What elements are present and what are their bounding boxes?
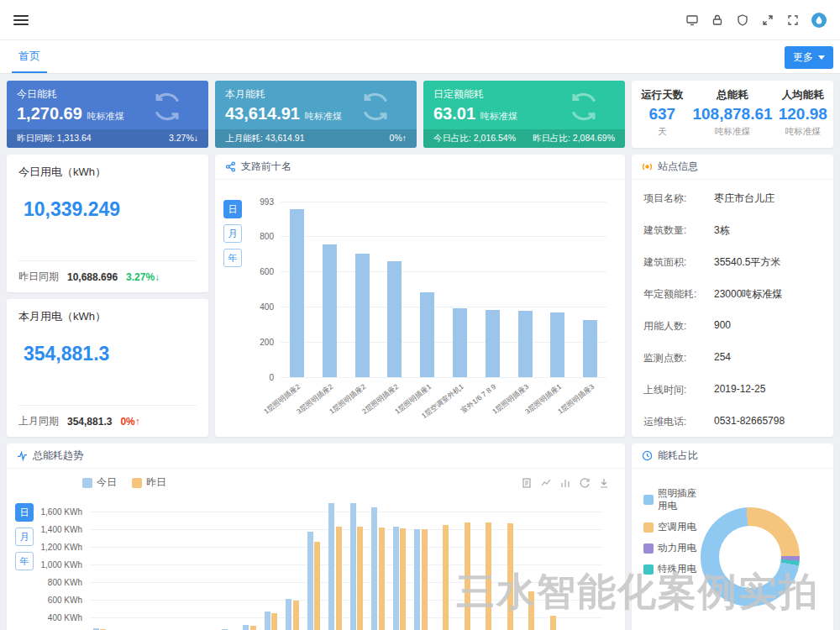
menu-icon[interactable] <box>13 13 29 28</box>
legend-item-special[interactable]: 特殊用电 <box>643 563 701 575</box>
more-button[interactable]: 更多 <box>785 46 833 69</box>
toggle-day[interactable]: 日 <box>15 503 34 522</box>
toolbox-bar-chart-icon[interactable] <box>559 477 571 489</box>
station-row: 项目名称:枣庄市台儿庄 <box>643 192 822 206</box>
stat-total-energy: 总能耗 108,878.61 吨标准煤 <box>692 81 772 148</box>
y-tick-label: 1,200 KWh <box>41 543 82 552</box>
gridline <box>89 582 603 583</box>
branch-bar <box>550 312 564 377</box>
trend-bar-今日 <box>328 503 334 630</box>
chart-toolbox <box>521 477 610 489</box>
kpi-card-daily-quota: 日定额能耗 63.01吨标准煤 今日占比: 2,016.54%昨日占比: 2,0… <box>423 81 625 148</box>
gridline <box>281 377 606 378</box>
toggle-year[interactable]: 年 <box>15 552 34 570</box>
energy-trend-card: 总能耗趋势 今日 昨日 <box>7 444 625 630</box>
card-title: 能耗占比 <box>658 449 698 463</box>
kpi-footer: 今日占比: 2,016.54%昨日占比: 2,084.69% <box>423 129 625 148</box>
branch-bar <box>518 311 533 377</box>
toggle-day[interactable]: 日 <box>223 200 242 218</box>
period-toggles: 日 月 年 <box>223 200 244 437</box>
toolbox-line-chart-icon[interactable] <box>540 477 552 489</box>
branch-bar <box>420 292 434 377</box>
y-tick-label: 800 <box>260 231 274 240</box>
card-title: 本月用电（kWh） <box>18 309 197 324</box>
card-title: 站点信息 <box>658 160 698 174</box>
energy-share-card: 能耗占比 照明插座用电 空调用电 动力用电 <box>632 444 833 630</box>
trend-bar-昨日 <box>528 591 534 630</box>
card-title: 支路前十名 <box>241 160 291 174</box>
toggle-month[interactable]: 月 <box>15 528 34 546</box>
kpi-unit: 吨标准煤 <box>87 111 124 121</box>
legend-item-power[interactable]: 动力用电 <box>643 542 701 554</box>
trend-bar-昨日 <box>357 527 363 630</box>
station-row: 监测点数:254 <box>643 351 822 365</box>
percent-change: 0%↑ <box>120 416 139 428</box>
trend-bar-昨日 <box>422 529 428 630</box>
recycle-icon <box>360 91 391 123</box>
legend-item-lighting[interactable]: 照明插座用电 <box>643 487 701 512</box>
trend-bar-昨日 <box>443 525 449 630</box>
branch-bar <box>486 310 500 377</box>
lock-icon[interactable] <box>711 13 724 27</box>
gridline <box>89 600 603 601</box>
card-footer: 昨日同期 10,688.696 3.27%↓ <box>18 260 197 284</box>
gridline <box>89 512 603 512</box>
tab-home[interactable]: 首页 <box>12 49 47 73</box>
resize-icon[interactable] <box>761 13 774 27</box>
middle-row: 今日用电（kWh） 10,339.249 昨日同期 10,688.696 3.2… <box>7 155 833 437</box>
y-tick-label: 400 <box>260 302 274 311</box>
y-tick-label: 1,000 KWh <box>41 560 82 570</box>
card-header: 支路前十名 <box>215 155 625 180</box>
monitor-icon[interactable] <box>685 13 699 27</box>
card-footer: 上月同期 354,881.3 0%↑ <box>18 405 197 428</box>
pie-icon <box>642 450 653 461</box>
toolbox-dataview-icon[interactable] <box>521 477 533 489</box>
trend-top-row: 今日 昨日 <box>7 469 625 490</box>
trend-bar-昨日 <box>336 527 342 630</box>
y-tick-label: 1,600 KWh <box>41 507 82 517</box>
y-tick-label: 200 <box>260 337 274 346</box>
legend-item-hvac[interactable]: 空调用电 <box>643 521 701 533</box>
pie-body: 照明插座用电 空调用电 动力用电 特殊用电 <box>632 469 833 606</box>
legend-item-yesterday[interactable]: 昨日 <box>132 475 166 490</box>
electric-column: 今日用电（kWh） 10,339.249 昨日同期 10,688.696 3.2… <box>7 155 208 437</box>
kpi-row: 今日能耗 1,270.69吨标准煤 昨日同期: 1,313.643.27%↓ 本… <box>7 81 833 148</box>
card-header: 总能耗趋势 <box>7 444 625 469</box>
branch-bar <box>387 261 402 377</box>
trend-bar-昨日 <box>486 522 491 630</box>
branch-bar <box>453 308 467 377</box>
month-electric-value: 354,881.3 <box>24 343 109 365</box>
legend-item-today[interactable]: 今日 <box>82 475 117 490</box>
kpi-footer: 昨日同期: 1,313.643.27%↓ <box>7 129 208 148</box>
toolbox-restore-icon[interactable] <box>579 477 591 489</box>
trend-bar-昨日 <box>293 601 299 630</box>
trend-bar-今日 <box>307 532 313 630</box>
card-title: 今日用电（kWh） <box>18 165 197 180</box>
branch-top10-card: 支路前十名 日 月 年 02004006008009931层照明插座23层照明插… <box>215 155 625 437</box>
branch-chart-body: 日 月 年 02004006008009931层照明插座23层照明插座21层照明… <box>215 180 625 437</box>
toggle-month[interactable]: 月 <box>223 224 242 243</box>
today-electric-value: 10,339.249 <box>24 198 120 221</box>
legend-swatch <box>643 564 654 575</box>
station-icon <box>642 161 653 172</box>
stat-per-capita-energy: 人均能耗 120.98 吨标准煤 <box>773 81 833 148</box>
legend-swatch <box>82 478 92 488</box>
brand-logo-water-drop-icon[interactable] <box>811 13 827 28</box>
toggle-year[interactable]: 年 <box>223 249 242 267</box>
y-tick-label: 600 KWh <box>48 596 82 605</box>
kpi-unit: 吨标准煤 <box>480 111 517 121</box>
trend-bar-今日 <box>243 625 249 630</box>
y-tick-label: 993 <box>260 197 274 207</box>
top-icon-group <box>685 13 827 28</box>
trend-bar-昨日 <box>271 613 277 630</box>
trend-bar-昨日 <box>379 528 385 630</box>
chevron-down-icon <box>818 55 825 60</box>
fullscreen-icon[interactable] <box>786 13 800 27</box>
shield-icon[interactable] <box>736 13 749 27</box>
station-row: 年定额能耗:23000吨标准煤 <box>643 287 822 302</box>
gridline <box>89 547 603 548</box>
trend-bar-昨日 <box>314 542 320 630</box>
station-row: 上线时间:2019-12-25 <box>643 383 822 397</box>
toolbox-download-icon[interactable] <box>598 477 610 489</box>
trend-bar-今日 <box>393 527 399 630</box>
